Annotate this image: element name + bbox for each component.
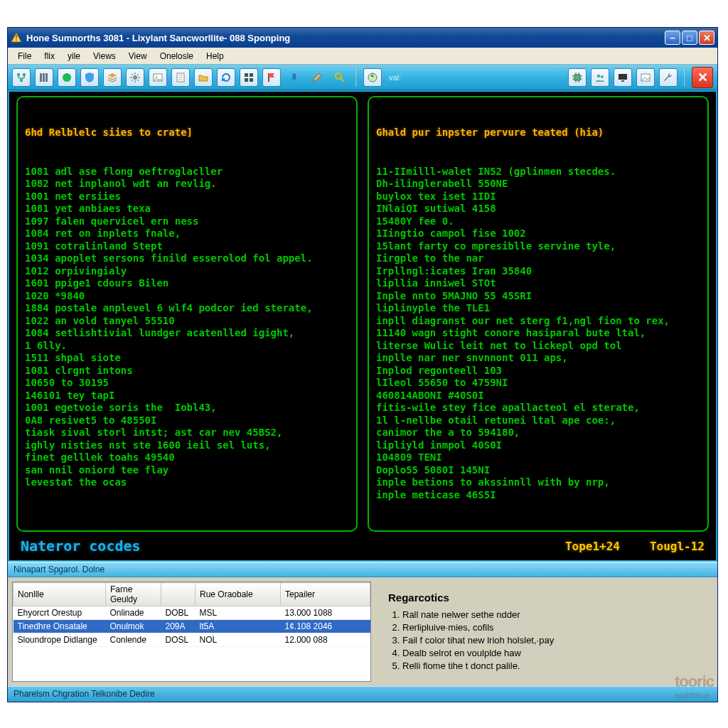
toolbar-search-label: val:	[386, 73, 401, 82]
console-area: 6hd Relblelc siies to crate] 1081 adl as…	[8, 90, 717, 562]
pencil-icon[interactable]	[308, 68, 326, 87]
console-left-body: 1081 adl ase flong oeftroglacller 1082 n…	[25, 166, 349, 489]
compass-icon[interactable]	[363, 68, 382, 87]
close-button[interactable]: ✕	[699, 31, 714, 45]
table-header[interactable]: Nonllle	[14, 583, 106, 606]
menubar: File flix yile Views View Onelosle Help	[8, 48, 717, 65]
notes-title: Regarcotics	[388, 592, 700, 604]
notes-list: Rall nate nelwer sethe ndderRerlipluive·…	[388, 609, 700, 671]
svg-point-11	[156, 75, 158, 77]
picture-icon[interactable]	[149, 68, 167, 87]
minimize-button[interactable]: −	[665, 31, 680, 45]
console-left-pane: 6hd Relblelc siies to crate] 1081 adl as…	[16, 96, 358, 532]
tree-icon[interactable]	[12, 68, 31, 87]
people-icon[interactable]	[591, 68, 609, 87]
svg-point-20	[597, 74, 601, 77]
app-window: ! Hone Sumnorths 3081 - Lixylant Sancwor…	[7, 27, 718, 702]
menu-onelosle[interactable]: Onelosle	[154, 50, 199, 63]
lower-area: NonllleFarne GeuldyRue OraobaleTepailer …	[8, 577, 717, 686]
titlebar: ! Hone Sumnorths 3081 - Lixylant Sancwor…	[8, 28, 717, 48]
svg-rect-19	[574, 75, 580, 80]
menu-yile[interactable]: yile	[62, 50, 86, 63]
svg-point-9	[133, 75, 137, 80]
svg-rect-6	[43, 73, 45, 82]
menu-file[interactable]: File	[12, 50, 37, 63]
svg-rect-16	[250, 78, 253, 82]
gear-icon[interactable]	[126, 68, 144, 87]
svg-rect-14	[250, 73, 253, 77]
menu-flix[interactable]: flix	[38, 50, 60, 63]
wrench-icon[interactable]	[659, 68, 678, 87]
maximize-button[interactable]: □	[682, 31, 697, 45]
image-icon[interactable]	[636, 68, 655, 87]
console-footer-tope: Tope1+24	[565, 540, 620, 553]
console-footer-tougl: Tougl-12	[650, 540, 705, 553]
table-row[interactable]: Tinedhre OnsataleOnulmok209Alt5A1¢.108 2…	[14, 620, 370, 633]
layers-icon[interactable]	[103, 68, 122, 87]
svg-text:!: !	[15, 34, 17, 42]
screen-icon[interactable]	[614, 68, 632, 87]
search-icon[interactable]	[331, 68, 349, 87]
menu-view[interactable]: View	[123, 50, 153, 63]
list-item: Dealb selrot en voulplde haw	[402, 648, 700, 658]
statusbar: Pharelsm Chgration Telkonibe Dedire	[8, 686, 717, 702]
notes-panel: Regarcotics Rall nate nelwer sethe ndder…	[375, 582, 713, 682]
table-header[interactable]: Tepailer	[281, 583, 370, 606]
svg-rect-5	[40, 73, 42, 82]
console-footer-label: Nateror cocdes	[21, 537, 141, 555]
refresh-icon[interactable]	[217, 68, 235, 87]
app-icon: !	[11, 32, 22, 43]
window-title: Hone Sumnorths 3081 - Lixylant Sancworll…	[26, 33, 290, 43]
table-header[interactable]	[161, 583, 196, 606]
toolbar: val: ✕	[8, 65, 717, 90]
tack-icon[interactable]	[285, 68, 304, 87]
folder-icon[interactable]	[194, 68, 213, 87]
list-item: Relli flome tihe t donct palile.	[402, 660, 700, 671]
list-item: Rall nate nelwer sethe ndder	[402, 609, 700, 620]
list-item: Rerlipluive·mies, cofils	[402, 622, 700, 633]
svg-rect-2	[17, 73, 20, 76]
console-right-title: Ghald pur inpster pervure teated (hia)	[376, 127, 700, 139]
shield-icon[interactable]	[80, 68, 99, 87]
list-item: Fail f color tihat new lrioh holslet,·pa…	[402, 635, 700, 646]
svg-point-21	[601, 75, 604, 78]
table-row[interactable]: Ehyorcrt OrestupOnlinadeDOBLMSL13.000 10…	[14, 606, 370, 620]
table-header[interactable]: Farne Geuldy	[106, 583, 161, 606]
flag-icon[interactable]	[262, 68, 281, 87]
svg-rect-22	[619, 74, 627, 80]
svg-rect-4	[20, 79, 23, 82]
columns-icon[interactable]	[35, 68, 53, 87]
sheet-icon[interactable]	[171, 68, 190, 87]
svg-point-17	[336, 73, 341, 79]
table-header[interactable]: Rue Oraobale	[196, 583, 281, 606]
console-right-pane: Ghald pur inpster pervure teated (hia) 1…	[368, 96, 709, 532]
console-left-title: 6hd Relblelc siies to crate]	[25, 127, 349, 139]
menu-views[interactable]: Views	[87, 50, 122, 63]
globe-icon[interactable]	[58, 68, 76, 87]
svg-rect-7	[46, 73, 48, 82]
toolbar-close-button[interactable]: ✕	[692, 67, 713, 88]
console-right-body: 11-IImilll-walet IN52 (gplinmen stecdes.…	[376, 166, 700, 502]
menu-help[interactable]: Help	[200, 50, 230, 63]
table-row[interactable]: Sloundrope DidlangeConlendeDOSLNOL12.000…	[14, 633, 370, 647]
svg-rect-23	[621, 80, 624, 82]
svg-rect-3	[23, 73, 26, 76]
svg-rect-13	[245, 73, 248, 77]
grid-icon[interactable]	[240, 68, 258, 87]
chip-icon[interactable]	[568, 68, 587, 87]
data-table: NonllleFarne GeuldyRue OraobaleTepailer …	[12, 582, 371, 682]
svg-rect-15	[245, 78, 248, 82]
section-header: Ninapart Spgarol. Dolne	[8, 562, 717, 577]
